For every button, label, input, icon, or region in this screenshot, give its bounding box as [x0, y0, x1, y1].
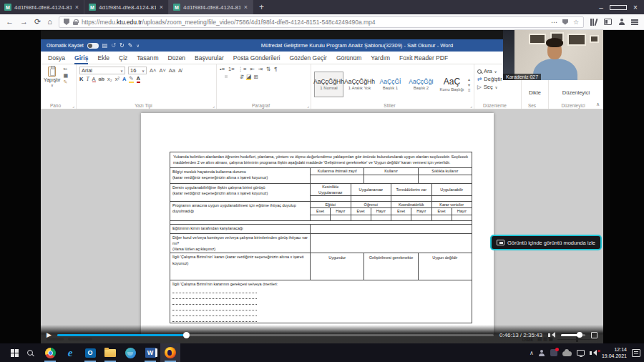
font-color-icon: A: [137, 76, 140, 83]
browser-tab-1[interactable]: M 4d1f98f4-dfe8-4124-8151-548 ×: [0, 0, 84, 14]
ribbon-tab-basvurular: Başvurular: [195, 53, 224, 63]
qat-dropdown-icon: ∨: [136, 43, 139, 48]
minimize-button[interactable]: –: [592, 0, 610, 14]
ribbon-tab-ekle: Ekle: [97, 53, 109, 63]
superscript-icon: x²: [115, 77, 119, 82]
taskbar-file-explorer[interactable]: [100, 343, 120, 362]
tab-close-icon[interactable]: ×: [159, 4, 164, 11]
taskbar-search[interactable]: [20, 343, 40, 362]
forward-button[interactable]: →: [20, 18, 28, 26]
tab-close-icon[interactable]: ×: [74, 4, 79, 11]
action-center-icon[interactable]: [632, 349, 640, 357]
menu-icon[interactable]: [631, 19, 638, 21]
display-network-icon[interactable]: [577, 350, 585, 356]
close-button[interactable]: ×: [627, 0, 644, 14]
indent-icon: ⇥: [258, 67, 263, 72]
firefox-icon: [165, 347, 176, 358]
option-cell: Sıklıkla kullanır: [419, 168, 472, 175]
clipboard-icon: [48, 67, 56, 77]
wall-frame: [529, 34, 546, 44]
video-surface[interactable]: Otomatik Kaydet ▤ ↺ ↻ ✎ ∨ Müfredat Geliş…: [41, 30, 603, 343]
empty-cell: [364, 175, 418, 183]
taskbar-word[interactable]: W: [140, 343, 160, 362]
start-button[interactable]: [0, 343, 20, 362]
page-actions-icon[interactable]: ⋯: [551, 19, 557, 26]
rationale-label: İlgili 'Çalışma Birimi'nin kararının ger…: [172, 282, 278, 286]
pip-label: Görüntü içinde görüntü modunda izle: [507, 240, 595, 246]
browser-tab-2[interactable]: M 4d1f98f4-dfe8-4124-8151-548 ×: [84, 0, 169, 14]
lock-icon[interactable]: [73, 21, 78, 25]
empty-cell: [351, 196, 392, 201]
internet-explorer-icon: e: [68, 348, 73, 358]
play-button[interactable]: ▶: [47, 332, 52, 338]
empty-cell: [411, 215, 431, 220]
fullscreen-icon[interactable]: [591, 332, 597, 338]
clock-time: 12:14: [602, 346, 627, 353]
onedrive-icon[interactable]: [562, 351, 572, 356]
empty-cell: [432, 196, 472, 201]
tab-close-icon[interactable]: ×: [243, 4, 248, 11]
find-icon: [477, 69, 482, 74]
shading-icon: ◪: [246, 74, 251, 81]
url-bar[interactable]: https://medu.ktu.edu.tr/uploads/zoom_mee…: [59, 16, 584, 28]
tray-notification-badge-icon[interactable]: [550, 349, 557, 356]
empty-cell: [391, 215, 411, 220]
styles-more-icon: ≡: [468, 88, 471, 92]
window-controls: – ×: [592, 0, 644, 14]
multilevel-list-icon: ⋮≡: [238, 67, 247, 72]
outdent-icon: ⇤: [250, 67, 254, 72]
browser-tab-3-active[interactable]: M 4d1f98f4-dfe8-4124-8151-548 ×: [169, 0, 253, 14]
tray-person-icon[interactable]: [539, 350, 545, 356]
time-display: 0:46:13 / 2:35:43: [499, 332, 542, 338]
sidebar-icon[interactable]: [604, 19, 612, 25]
maximize-button[interactable]: [610, 0, 627, 14]
reload-button[interactable]: ⟳: [34, 18, 41, 26]
ribbon-group-clipboard: Yapıştır ∨ ✂ ▦ ✎ Pano ⌟: [41, 64, 77, 109]
save-to-pocket-icon[interactable]: [562, 19, 568, 25]
taskbar-internet-explorer[interactable]: e: [60, 343, 80, 362]
webcam-background: [503, 30, 514, 80]
underline-button: A: [92, 77, 96, 83]
redo-icon: ↻: [119, 42, 125, 49]
ribbon-tab-tasarim: Tasarım: [137, 53, 158, 63]
numbering-icon: 1≡: [228, 67, 235, 72]
dotted-line: [172, 293, 257, 299]
tray-chevron-icon[interactable]: ∧: [530, 350, 534, 356]
library-icon[interactable]: [590, 19, 597, 26]
volume-slider[interactable]: [561, 334, 585, 336]
progress-bar[interactable]: [57, 334, 494, 336]
dotted-lines: [172, 288, 278, 322]
account-icon[interactable]: [618, 19, 625, 25]
empty-cell: [391, 196, 432, 201]
maximize-icon: [610, 5, 627, 10]
picture-in-picture-button[interactable]: Görüntü içinde görüntü modunda izle: [490, 235, 602, 250]
row-label: Bilgiyi meslek hayatında kullanma durumu…: [170, 168, 311, 183]
strikethrough-icon: ab: [99, 77, 104, 82]
tracking-protection-icon[interactable]: [64, 19, 69, 25]
style-normal: AaÇçĞğHh 1 Normal: [314, 72, 343, 97]
home-button[interactable]: ⌂: [47, 18, 52, 26]
taskbar-firefox-active[interactable]: [160, 343, 180, 362]
ribbon-tab-ciz: Çiz: [119, 53, 127, 63]
bookmark-star-icon[interactable]: ☆: [573, 19, 579, 26]
empty-cell: [419, 175, 472, 183]
dictate-label: Dikte: [525, 89, 545, 96]
sub-option-cell: Hayır: [452, 208, 472, 214]
taskbar-chrome[interactable]: [40, 343, 60, 362]
taskbar-edge[interactable]: [120, 343, 140, 362]
chrome-icon: [45, 348, 56, 358]
empty-cell: [331, 215, 351, 220]
ribbon-tab-duzen: Düzen: [168, 53, 186, 63]
empty-cell: [311, 175, 364, 183]
muted-speaker-icon[interactable]: ×: [590, 350, 597, 356]
taskbar-outlook[interactable]: O: [80, 343, 100, 362]
ribbon-group-styles: AaÇçĞğHh 1 Normal AaÇçĞğHh 1 Aralık Yok …: [311, 64, 474, 109]
clear-format-icon: A̸: [178, 68, 182, 74]
ribbon-tab-giris-active: Giriş: [74, 53, 88, 63]
option-cell: Uygulanabilir: [432, 184, 472, 196]
volume-icon[interactable]: [548, 332, 555, 338]
back-button[interactable]: ←: [6, 18, 14, 26]
taskbar-clock[interactable]: 12:14 19.04.2021: [602, 346, 627, 359]
option-cell: Kesinlikle Uygulanamaz: [311, 184, 351, 196]
new-tab-button[interactable]: +: [253, 0, 270, 14]
